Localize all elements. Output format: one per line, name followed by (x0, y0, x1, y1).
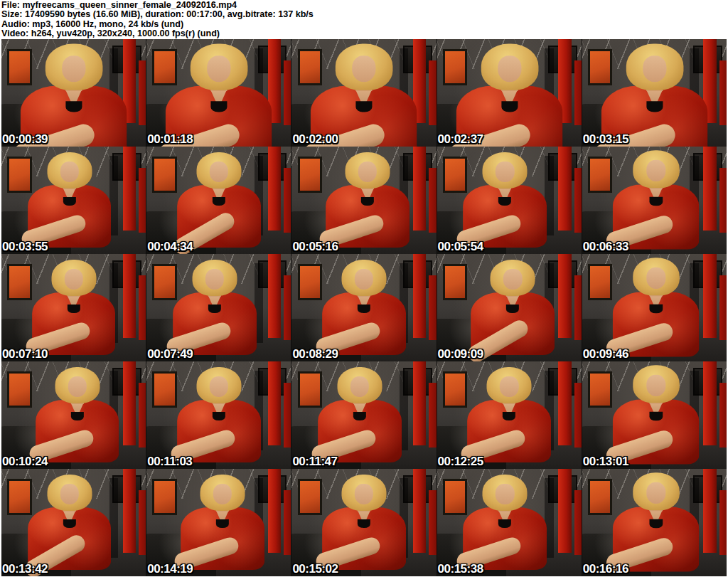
thumbnail-scene (582, 254, 727, 361)
thumbnail: 00:03:15 (582, 39, 727, 147)
thumbnail-scene (291, 39, 436, 147)
thumbnail-grid: 00:00:39 00:01:18 (1, 39, 727, 576)
media-info-line-size: Size: 17409590 bytes (16.60 MiB), durati… (1, 10, 727, 19)
timestamp-label: 00:12:25 (438, 455, 483, 469)
timestamp-label: 00:08:29 (292, 347, 338, 361)
timestamp-label: 00:02:00 (292, 132, 338, 147)
thumbnail-scene (1, 39, 146, 147)
face (207, 55, 231, 82)
thumbnail-scene (1, 361, 146, 469)
face (355, 269, 373, 290)
thumbnail-scene (437, 147, 582, 254)
timestamp-label: 00:05:16 (292, 240, 338, 254)
black-top (649, 197, 663, 206)
timestamp-label: 00:05:54 (438, 240, 483, 254)
timestamp-label: 00:14:19 (147, 562, 193, 576)
person-figure (437, 39, 582, 147)
black-top (649, 305, 663, 314)
thumbnail-scene (146, 147, 291, 254)
timestamp-label: 00:00:39 (2, 132, 48, 147)
thumbnail: 00:09:09 (437, 254, 582, 361)
timestamp-label: 00:13:42 (2, 562, 48, 576)
black-top (503, 412, 515, 420)
timestamp-label: 00:04:34 (147, 240, 193, 254)
person-figure (437, 469, 577, 576)
face (352, 55, 376, 82)
media-info-line-video: Video: h264, yuv420p, 320x240, 1000.00 f… (1, 29, 727, 38)
face (646, 375, 665, 396)
black-top (70, 412, 83, 420)
face (646, 268, 665, 289)
face (62, 55, 86, 82)
thumbnail: 00:00:39 (1, 39, 146, 147)
thumbnail-scene (1, 254, 146, 361)
thumbnail-scene (582, 39, 727, 147)
timestamp-label: 00:11:03 (147, 455, 192, 469)
face (497, 55, 521, 82)
timestamp-label: 00:09:46 (583, 347, 628, 361)
black-top (213, 412, 225, 420)
thumbnail: 00:05:54 (437, 147, 582, 254)
face (503, 269, 522, 290)
person-figure (146, 39, 291, 147)
thumbnail: 00:09:46 (582, 254, 727, 361)
thumbnail: 00:04:34 (146, 147, 291, 254)
person-figure (5, 361, 146, 469)
face (642, 55, 666, 82)
black-top (358, 519, 370, 528)
thumbnail-scene (437, 39, 582, 147)
thumbnail: 00:02:37 (437, 39, 582, 147)
face (213, 484, 232, 504)
face (350, 376, 369, 397)
timestamp-label: 00:15:38 (438, 562, 483, 576)
thumbnail: 00:06:33 (582, 147, 727, 254)
black-top (213, 197, 225, 206)
person-figure (291, 254, 436, 361)
person-figure (291, 39, 436, 147)
media-info-header: File: myfreecams_queen_sinner_female_240… (0, 0, 728, 39)
thumbnail: 00:13:01 (582, 361, 727, 469)
thumbnail: 00:08:29 (291, 254, 436, 361)
thumbnail-scene (1, 147, 146, 254)
thumbnail-scene (291, 361, 436, 469)
person-figure (1, 147, 141, 254)
timestamp-label: 00:06:33 (583, 240, 628, 254)
contact-sheet: File: myfreecams_queen_sinner_female_240… (0, 0, 728, 576)
person-figure (582, 147, 727, 254)
person-figure (146, 361, 291, 469)
thumbnail-scene (582, 147, 727, 254)
face (60, 484, 78, 504)
black-top (649, 412, 663, 421)
black-top (63, 519, 75, 528)
thumbnail-scene (582, 361, 727, 469)
timestamp-label: 00:11:47 (292, 455, 337, 469)
thumbnail: 00:07:49 (146, 254, 291, 361)
timestamp-label: 00:02:37 (438, 132, 483, 147)
black-top (67, 305, 80, 313)
black-top (498, 519, 511, 528)
black-top (208, 305, 221, 313)
thumbnail: 00:05:16 (291, 147, 436, 254)
black-top (210, 101, 227, 112)
black-top (500, 101, 517, 112)
person-figure (295, 147, 436, 254)
thumbnail: 00:15:38 (437, 469, 582, 576)
thumbnail: 00:16:16 (582, 469, 727, 576)
person-figure (1, 254, 146, 361)
thumbnail: 00:12:25 (437, 361, 582, 469)
black-top (353, 412, 366, 420)
face (496, 484, 514, 504)
person-figure (582, 361, 727, 469)
thumbnail-scene (146, 469, 291, 576)
thumbnail: 00:01:18 (146, 39, 291, 147)
thumbnail-scene (291, 147, 436, 254)
face (500, 376, 518, 397)
timestamp-label: 00:03:15 (583, 132, 628, 147)
thumbnail: 00:14:19 (146, 469, 291, 576)
timestamp-label: 00:09:09 (438, 347, 483, 361)
timestamp-label: 00:13:01 (583, 455, 628, 469)
face (496, 162, 514, 182)
person-figure (291, 469, 436, 576)
thumbnail-scene (1, 469, 146, 576)
black-top (498, 197, 511, 206)
